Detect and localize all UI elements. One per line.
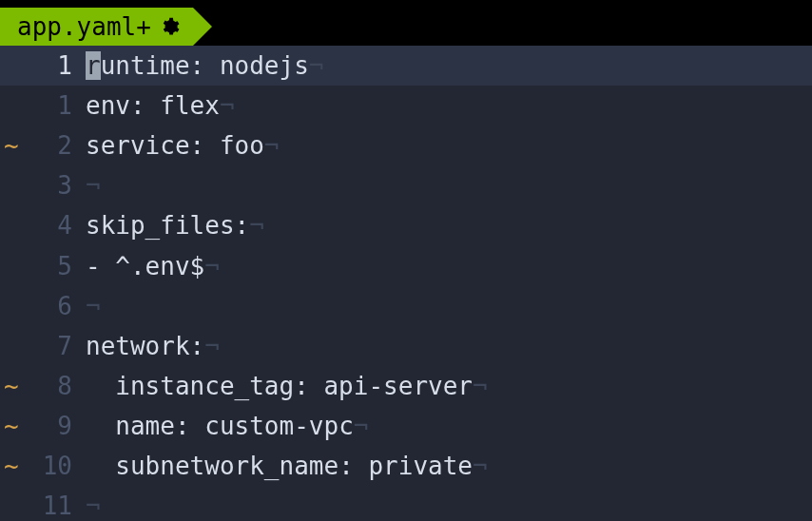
gutter-sign: ~ bbox=[0, 366, 27, 406]
code-content: network:¬ bbox=[86, 326, 220, 366]
code-line[interactable]: 7network:¬ bbox=[0, 326, 812, 366]
line-number: 9 bbox=[27, 406, 86, 446]
cursor: r bbox=[86, 51, 101, 80]
file-tab[interactable]: app.yaml+ bbox=[0, 8, 193, 46]
code-content: ¬ bbox=[86, 165, 101, 205]
gear-icon bbox=[159, 16, 180, 37]
tab-bar: app.yaml+ bbox=[0, 8, 812, 46]
line-number: 2 bbox=[27, 125, 86, 165]
code-content: skip_files:¬ bbox=[86, 205, 264, 245]
code-line[interactable]: ~8 instance_tag: api-server¬ bbox=[0, 366, 812, 406]
code-line[interactable]: 5- ^.env$¬ bbox=[0, 246, 812, 286]
code-content: name: custom-vpc¬ bbox=[86, 406, 368, 446]
line-number: 7 bbox=[27, 326, 86, 366]
window-topbar bbox=[0, 0, 812, 8]
code-line[interactable]: 6¬ bbox=[0, 286, 812, 326]
code-content: service: foo¬ bbox=[86, 125, 280, 165]
code-content: instance_tag: api-server¬ bbox=[86, 366, 488, 406]
code-line[interactable]: ~10 subnetwork_name: private¬ bbox=[0, 446, 812, 486]
gutter-sign: ~ bbox=[0, 406, 27, 446]
code-line[interactable]: 4skip_files:¬ bbox=[0, 205, 812, 245]
code-content: env: flex¬ bbox=[86, 86, 235, 125]
code-content: ¬ bbox=[86, 286, 101, 326]
code-content: - ^.env$¬ bbox=[86, 246, 220, 286]
code-line[interactable]: ~2service: foo¬ bbox=[0, 125, 812, 165]
line-number: 1 bbox=[27, 46, 86, 86]
line-number: 3 bbox=[27, 165, 86, 205]
code-line[interactable]: ~9 name: custom-vpc¬ bbox=[0, 406, 812, 446]
gutter-sign: ~ bbox=[0, 446, 27, 486]
code-line[interactable]: 1env: flex¬ bbox=[0, 86, 812, 125]
line-number: 4 bbox=[27, 205, 86, 245]
code-content: ¬ bbox=[86, 486, 101, 521]
code-editor[interactable]: 1runtime: nodejs¬1env: flex¬~2service: f… bbox=[0, 46, 812, 521]
code-content: subnetwork_name: private¬ bbox=[86, 446, 488, 486]
gutter-sign: ~ bbox=[0, 125, 27, 165]
line-number: 8 bbox=[27, 366, 86, 406]
code-content: runtime: nodejs¬ bbox=[86, 46, 323, 86]
line-number: 1 bbox=[27, 86, 86, 125]
line-number: 10 bbox=[27, 446, 86, 486]
line-number: 5 bbox=[27, 246, 86, 286]
line-number: 11 bbox=[27, 486, 86, 521]
file-tab-label: app.yaml+ bbox=[17, 8, 151, 46]
line-number: 6 bbox=[27, 286, 86, 326]
code-line[interactable]: 11¬ bbox=[0, 486, 812, 521]
code-line[interactable]: 3¬ bbox=[0, 165, 812, 205]
code-line[interactable]: 1runtime: nodejs¬ bbox=[0, 46, 812, 86]
